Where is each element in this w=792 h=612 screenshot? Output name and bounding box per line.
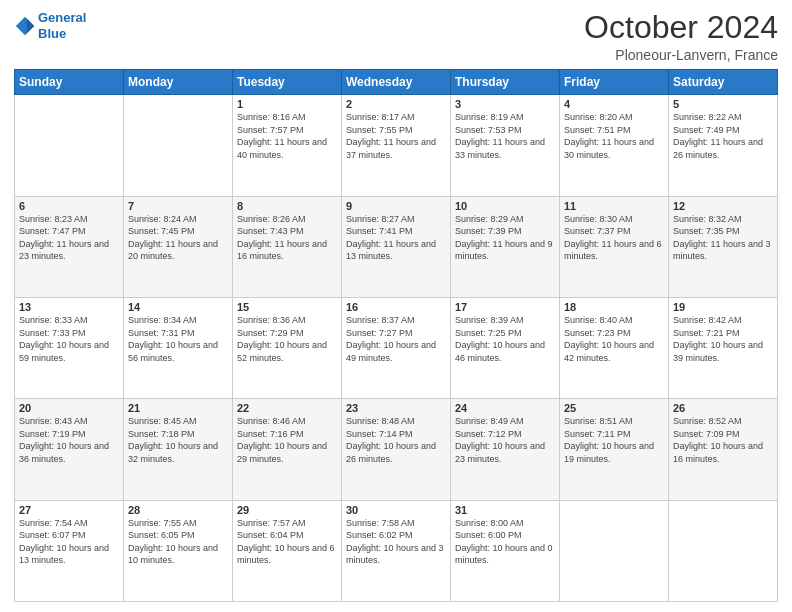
- calendar-table: Sunday Monday Tuesday Wednesday Thursday…: [14, 69, 778, 602]
- table-row: [669, 500, 778, 601]
- col-tuesday: Tuesday: [233, 70, 342, 95]
- day-number: 15: [237, 301, 337, 313]
- table-row: 19Sunrise: 8:42 AMSunset: 7:21 PMDayligh…: [669, 297, 778, 398]
- day-detail: Sunrise: 8:45 AMSunset: 7:18 PMDaylight:…: [128, 415, 228, 465]
- day-detail: Sunrise: 8:16 AMSunset: 7:57 PMDaylight:…: [237, 111, 337, 161]
- logo-text: General Blue: [38, 10, 86, 41]
- day-number: 21: [128, 402, 228, 414]
- day-detail: Sunrise: 8:32 AMSunset: 7:35 PMDaylight:…: [673, 213, 773, 263]
- table-row: 27Sunrise: 7:54 AMSunset: 6:07 PMDayligh…: [15, 500, 124, 601]
- day-detail: Sunrise: 8:42 AMSunset: 7:21 PMDaylight:…: [673, 314, 773, 364]
- table-row: 28Sunrise: 7:55 AMSunset: 6:05 PMDayligh…: [124, 500, 233, 601]
- day-number: 10: [455, 200, 555, 212]
- table-row: 21Sunrise: 8:45 AMSunset: 7:18 PMDayligh…: [124, 399, 233, 500]
- calendar-header-row: Sunday Monday Tuesday Wednesday Thursday…: [15, 70, 778, 95]
- table-row: 9Sunrise: 8:27 AMSunset: 7:41 PMDaylight…: [342, 196, 451, 297]
- day-detail: Sunrise: 8:46 AMSunset: 7:16 PMDaylight:…: [237, 415, 337, 465]
- table-row: 30Sunrise: 7:58 AMSunset: 6:02 PMDayligh…: [342, 500, 451, 601]
- table-row: 31Sunrise: 8:00 AMSunset: 6:00 PMDayligh…: [451, 500, 560, 601]
- day-number: 23: [346, 402, 446, 414]
- table-row: 22Sunrise: 8:46 AMSunset: 7:16 PMDayligh…: [233, 399, 342, 500]
- subtitle: Ploneour-Lanvern, France: [584, 47, 778, 63]
- day-detail: Sunrise: 8:23 AMSunset: 7:47 PMDaylight:…: [19, 213, 119, 263]
- day-detail: Sunrise: 8:37 AMSunset: 7:27 PMDaylight:…: [346, 314, 446, 364]
- day-number: 17: [455, 301, 555, 313]
- table-row: 15Sunrise: 8:36 AMSunset: 7:29 PMDayligh…: [233, 297, 342, 398]
- day-number: 24: [455, 402, 555, 414]
- svg-marker-1: [27, 18, 34, 33]
- logo: General Blue: [14, 10, 86, 41]
- day-detail: Sunrise: 8:27 AMSunset: 7:41 PMDaylight:…: [346, 213, 446, 263]
- col-wednesday: Wednesday: [342, 70, 451, 95]
- day-detail: Sunrise: 8:22 AMSunset: 7:49 PMDaylight:…: [673, 111, 773, 161]
- day-number: 2: [346, 98, 446, 110]
- day-number: 5: [673, 98, 773, 110]
- table-row: 18Sunrise: 8:40 AMSunset: 7:23 PMDayligh…: [560, 297, 669, 398]
- day-detail: Sunrise: 8:39 AMSunset: 7:25 PMDaylight:…: [455, 314, 555, 364]
- day-detail: Sunrise: 8:34 AMSunset: 7:31 PMDaylight:…: [128, 314, 228, 364]
- day-number: 1: [237, 98, 337, 110]
- table-row: 16Sunrise: 8:37 AMSunset: 7:27 PMDayligh…: [342, 297, 451, 398]
- logo-line1: General: [38, 10, 86, 25]
- day-detail: Sunrise: 8:24 AMSunset: 7:45 PMDaylight:…: [128, 213, 228, 263]
- table-row: 17Sunrise: 8:39 AMSunset: 7:25 PMDayligh…: [451, 297, 560, 398]
- day-detail: Sunrise: 7:54 AMSunset: 6:07 PMDaylight:…: [19, 517, 119, 567]
- day-number: 19: [673, 301, 773, 313]
- day-detail: Sunrise: 8:29 AMSunset: 7:39 PMDaylight:…: [455, 213, 555, 263]
- day-number: 16: [346, 301, 446, 313]
- table-row: 6Sunrise: 8:23 AMSunset: 7:47 PMDaylight…: [15, 196, 124, 297]
- day-number: 29: [237, 504, 337, 516]
- table-row: 13Sunrise: 8:33 AMSunset: 7:33 PMDayligh…: [15, 297, 124, 398]
- day-number: 26: [673, 402, 773, 414]
- day-number: 8: [237, 200, 337, 212]
- day-number: 31: [455, 504, 555, 516]
- day-detail: Sunrise: 8:43 AMSunset: 7:19 PMDaylight:…: [19, 415, 119, 465]
- day-number: 11: [564, 200, 664, 212]
- table-row: 20Sunrise: 8:43 AMSunset: 7:19 PMDayligh…: [15, 399, 124, 500]
- day-detail: Sunrise: 7:57 AMSunset: 6:04 PMDaylight:…: [237, 517, 337, 567]
- day-number: 28: [128, 504, 228, 516]
- day-number: 13: [19, 301, 119, 313]
- table-row: 7Sunrise: 8:24 AMSunset: 7:45 PMDaylight…: [124, 196, 233, 297]
- day-number: 14: [128, 301, 228, 313]
- table-row: 5Sunrise: 8:22 AMSunset: 7:49 PMDaylight…: [669, 95, 778, 196]
- day-detail: Sunrise: 8:51 AMSunset: 7:11 PMDaylight:…: [564, 415, 664, 465]
- day-number: 12: [673, 200, 773, 212]
- day-detail: Sunrise: 8:20 AMSunset: 7:51 PMDaylight:…: [564, 111, 664, 161]
- day-number: 7: [128, 200, 228, 212]
- col-friday: Friday: [560, 70, 669, 95]
- day-detail: Sunrise: 8:26 AMSunset: 7:43 PMDaylight:…: [237, 213, 337, 263]
- day-detail: Sunrise: 8:48 AMSunset: 7:14 PMDaylight:…: [346, 415, 446, 465]
- table-row: 1Sunrise: 8:16 AMSunset: 7:57 PMDaylight…: [233, 95, 342, 196]
- day-detail: Sunrise: 7:58 AMSunset: 6:02 PMDaylight:…: [346, 517, 446, 567]
- header: General Blue October 2024 Ploneour-Lanve…: [14, 10, 778, 63]
- table-row: [124, 95, 233, 196]
- title-block: October 2024 Ploneour-Lanvern, France: [584, 10, 778, 63]
- day-number: 4: [564, 98, 664, 110]
- day-number: 9: [346, 200, 446, 212]
- table-row: 11Sunrise: 8:30 AMSunset: 7:37 PMDayligh…: [560, 196, 669, 297]
- day-number: 3: [455, 98, 555, 110]
- col-monday: Monday: [124, 70, 233, 95]
- table-row: 8Sunrise: 8:26 AMSunset: 7:43 PMDaylight…: [233, 196, 342, 297]
- day-number: 22: [237, 402, 337, 414]
- day-number: 20: [19, 402, 119, 414]
- page: General Blue October 2024 Ploneour-Lanve…: [0, 0, 792, 612]
- table-row: 12Sunrise: 8:32 AMSunset: 7:35 PMDayligh…: [669, 196, 778, 297]
- day-number: 27: [19, 504, 119, 516]
- day-detail: Sunrise: 8:00 AMSunset: 6:00 PMDaylight:…: [455, 517, 555, 567]
- col-thursday: Thursday: [451, 70, 560, 95]
- table-row: 29Sunrise: 7:57 AMSunset: 6:04 PMDayligh…: [233, 500, 342, 601]
- table-row: 2Sunrise: 8:17 AMSunset: 7:55 PMDaylight…: [342, 95, 451, 196]
- day-detail: Sunrise: 8:17 AMSunset: 7:55 PMDaylight:…: [346, 111, 446, 161]
- day-detail: Sunrise: 8:52 AMSunset: 7:09 PMDaylight:…: [673, 415, 773, 465]
- col-saturday: Saturday: [669, 70, 778, 95]
- table-row: 25Sunrise: 8:51 AMSunset: 7:11 PMDayligh…: [560, 399, 669, 500]
- table-row: 4Sunrise: 8:20 AMSunset: 7:51 PMDaylight…: [560, 95, 669, 196]
- table-row: 24Sunrise: 8:49 AMSunset: 7:12 PMDayligh…: [451, 399, 560, 500]
- table-row: 23Sunrise: 8:48 AMSunset: 7:14 PMDayligh…: [342, 399, 451, 500]
- day-number: 6: [19, 200, 119, 212]
- table-row: [560, 500, 669, 601]
- table-row: 10Sunrise: 8:29 AMSunset: 7:39 PMDayligh…: [451, 196, 560, 297]
- day-detail: Sunrise: 7:55 AMSunset: 6:05 PMDaylight:…: [128, 517, 228, 567]
